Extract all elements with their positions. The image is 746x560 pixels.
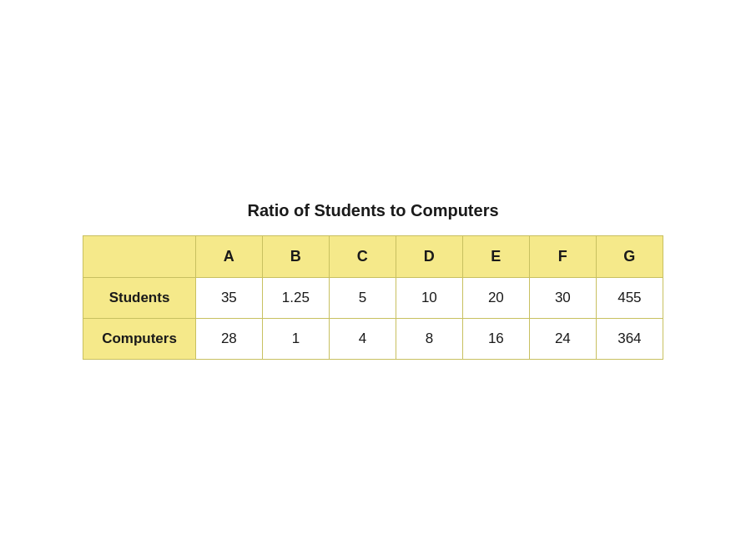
students-a: 35 [195, 277, 262, 318]
col-header-c: C [329, 235, 396, 277]
col-header-b: B [262, 235, 329, 277]
computers-row: Computers 28 1 4 8 16 24 364 [83, 318, 663, 359]
col-header-f: F [529, 235, 596, 277]
computers-g: 364 [596, 318, 663, 359]
computers-f: 24 [529, 318, 596, 359]
students-label: Students [83, 277, 196, 318]
col-header-e: E [462, 235, 529, 277]
computers-c: 4 [329, 318, 396, 359]
header-row: A B C D E F G [83, 235, 663, 277]
table-container: Ratio of Students to Computers A B C D E… [83, 201, 663, 360]
students-g: 455 [596, 277, 663, 318]
header-empty [83, 235, 196, 277]
computers-a: 28 [195, 318, 262, 359]
students-e: 20 [462, 277, 529, 318]
computers-label: Computers [83, 318, 196, 359]
students-b: 1.25 [262, 277, 329, 318]
col-header-d: D [396, 235, 462, 277]
data-table: A B C D E F G Students 35 1.25 5 10 20 3… [83, 235, 663, 360]
students-c: 5 [329, 277, 396, 318]
col-header-g: G [596, 235, 663, 277]
computers-d: 8 [396, 318, 462, 359]
students-row: Students 35 1.25 5 10 20 30 455 [83, 277, 663, 318]
computers-b: 1 [262, 318, 329, 359]
students-d: 10 [396, 277, 462, 318]
table-title: Ratio of Students to Computers [247, 201, 498, 220]
computers-e: 16 [462, 318, 529, 359]
col-header-a: A [195, 235, 262, 277]
students-f: 30 [529, 277, 596, 318]
